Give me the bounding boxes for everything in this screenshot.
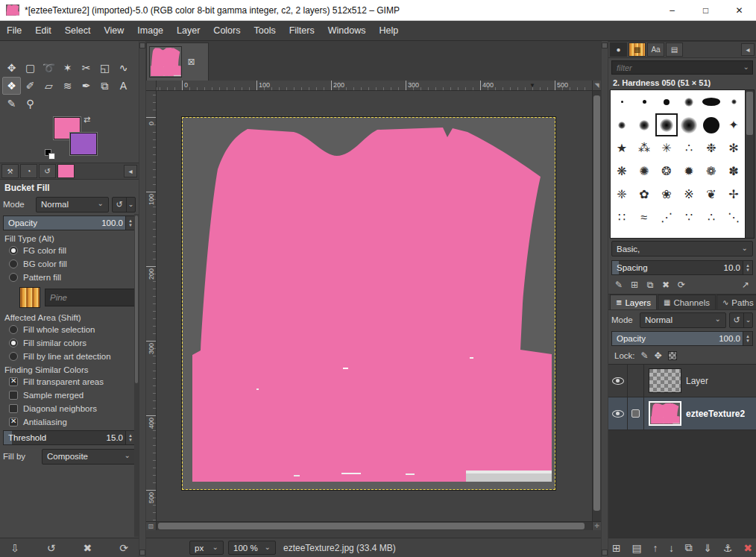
restore-tool-preset-icon[interactable]: ↺ (47, 542, 56, 554)
scroll-thumb[interactable] (593, 95, 600, 511)
scroll-thumb[interactable] (158, 523, 585, 529)
brush-item[interactable]: ❦ (700, 183, 722, 206)
brush-item[interactable]: ✦ (722, 113, 745, 136)
visibility-toggle[interactable] (608, 365, 628, 397)
brush-item[interactable]: ✢ (722, 183, 745, 206)
delete-brush-icon[interactable]: ✖ (659, 278, 672, 292)
brush-item[interactable]: ⋱ (722, 206, 745, 229)
brush-item[interactable] (655, 113, 678, 136)
brush-item[interactable]: ∵ (678, 206, 700, 229)
dock-handle[interactable] (139, 43, 145, 48)
refresh-brushes-icon[interactable]: ⟳ (675, 278, 688, 292)
pattern-name-field[interactable]: Pine (45, 289, 136, 306)
scroll-thumb[interactable] (746, 92, 753, 135)
brush-item[interactable]: ✻ (722, 136, 745, 160)
brush-item[interactable]: ❋ (611, 160, 633, 183)
tool-options-tab[interactable]: ⚒ (1, 164, 19, 178)
brush-item[interactable]: ❂ (655, 160, 678, 183)
save-tool-preset-icon[interactable]: ⇩ (10, 542, 19, 554)
dock-handle[interactable] (602, 43, 608, 48)
rectangle-select-tool-icon[interactable]: ▢ (21, 59, 40, 77)
opacity-slider[interactable]: Opacity 100.0 ▴▾ (3, 215, 136, 230)
menu-item[interactable]: View (97, 21, 130, 40)
radio-option[interactable]: Fill similar colors (0, 336, 139, 350)
reset-tool-options-icon[interactable]: ⟳ (119, 542, 128, 554)
document-history-tab-icon[interactable]: ▤ (666, 43, 683, 57)
brush-item[interactable]: ⋰ (655, 206, 678, 229)
zoom-select[interactable]: 100 % ⌄ (228, 541, 276, 555)
device-status-tab[interactable]: ◔ (20, 164, 37, 178)
brushes-tab-icon[interactable]: ● (610, 43, 627, 57)
brush-item[interactable] (700, 113, 722, 136)
brush-item[interactable] (678, 90, 700, 113)
horizontal-ruler[interactable]: 0100200300400500▼ (157, 81, 592, 90)
text-tool-icon[interactable]: A (114, 77, 133, 95)
brush-item[interactable]: ⁂ (633, 136, 655, 160)
default-colors-icon[interactable] (45, 149, 55, 160)
spacing-spinner[interactable]: ▴▾ (743, 261, 752, 274)
ink-tool-icon[interactable]: ✒ (77, 77, 95, 95)
minimize-button[interactable]: – (655, 0, 689, 20)
layer-row[interactable]: Layer (608, 365, 756, 397)
raise-layer-icon[interactable]: ↑ (652, 542, 658, 554)
delete-layer-icon[interactable]: ✖ (743, 542, 752, 554)
lock-position-icon[interactable]: ✥ (655, 350, 662, 361)
brush-item[interactable] (678, 113, 700, 136)
dock-separator-right[interactable] (601, 41, 608, 557)
clone-tool-icon[interactable]: ⧉ (95, 77, 114, 95)
new-layer-icon[interactable]: ⊞ (612, 542, 621, 554)
fonts-tab-icon[interactable]: Aa (647, 43, 664, 57)
layer-mode-select[interactable]: Normal ⌄ (640, 312, 726, 328)
airbrush-tool-icon[interactable]: ≋ (58, 77, 77, 95)
menu-item[interactable]: Image (130, 21, 170, 40)
brush-item[interactable]: ※ (678, 183, 700, 206)
brush-item[interactable] (700, 90, 722, 113)
dock-handle[interactable] (139, 550, 145, 556)
anchor-layer-icon[interactable]: ⚓ (723, 542, 733, 554)
vertical-scrollbar[interactable] (592, 91, 601, 521)
brush-item[interactable]: ∷ (611, 206, 633, 229)
close-button[interactable]: ✕ (722, 0, 756, 20)
new-brush-icon[interactable]: ⊞ (628, 278, 641, 292)
close-image-icon[interactable]: ⊠ (186, 57, 197, 68)
brush-item[interactable]: ✺ (633, 160, 655, 183)
brush-item[interactable]: ∴ (700, 206, 722, 229)
horizontal-scrollbar[interactable] (157, 522, 592, 530)
menu-item[interactable]: Colors (207, 21, 247, 40)
checkbox-option[interactable]: Diagonal neighbors (0, 402, 139, 415)
brush-item[interactable] (722, 90, 745, 113)
warp-tool-icon[interactable]: ∿ (114, 59, 133, 77)
brush-item[interactable]: ✿ (633, 183, 655, 206)
menu-item[interactable]: Tools (247, 21, 282, 40)
radio-option[interactable]: Pattern fill (0, 271, 139, 284)
canvas-viewport[interactable] (157, 91, 592, 521)
quick-mask-toggle-icon[interactable]: ▧ (146, 522, 157, 530)
new-layer-group-icon[interactable]: ▤ (631, 542, 641, 554)
brush-item[interactable]: ★ (611, 136, 633, 160)
panel-tab[interactable]: ∿ Paths (716, 295, 756, 309)
swap-colors-icon[interactable]: ⇄ (84, 115, 90, 125)
menu-item[interactable]: Windows (321, 21, 373, 40)
collapse-dock-icon[interactable]: ◂ (741, 43, 755, 56)
checkbox-option[interactable]: Sample merged (0, 388, 139, 402)
dock-separator-left[interactable] (139, 41, 146, 557)
menu-item[interactable]: File (0, 21, 28, 40)
radio-option[interactable]: BG color fill (0, 257, 139, 271)
duplicate-brush-icon[interactable]: ⧉ (643, 278, 657, 292)
checkbox-option[interactable]: Fill transparent areas (0, 375, 139, 388)
threshold-slider[interactable]: Threshold 15.0 ▴▾ (3, 430, 136, 445)
edit-brush-icon[interactable]: ✎ (612, 278, 626, 292)
brush-item[interactable] (633, 113, 655, 136)
spacing-slider[interactable]: Spacing 10.0 ▴▾ (611, 260, 753, 275)
lock-alpha-icon[interactable] (668, 351, 677, 360)
brush-filter-input[interactable] (611, 60, 753, 75)
brush-item[interactable]: ≈ (633, 206, 655, 229)
transform-tool-icon[interactable]: ◱ (95, 59, 114, 77)
zoom-follow-window-icon[interactable]: ◥ (592, 81, 601, 90)
collapse-dock-icon[interactable]: ◂ (124, 165, 137, 177)
open-brush-as-image-icon[interactable]: ↗ (739, 278, 752, 292)
radio-option[interactable]: Fill whole selection (0, 323, 139, 336)
layer-opacity-slider[interactable]: Opacity 100.0 ▴▾ (611, 331, 753, 346)
layer-link-icon[interactable] (631, 409, 640, 418)
brush-group-select[interactable]: Basic, ⌄ (611, 241, 753, 257)
